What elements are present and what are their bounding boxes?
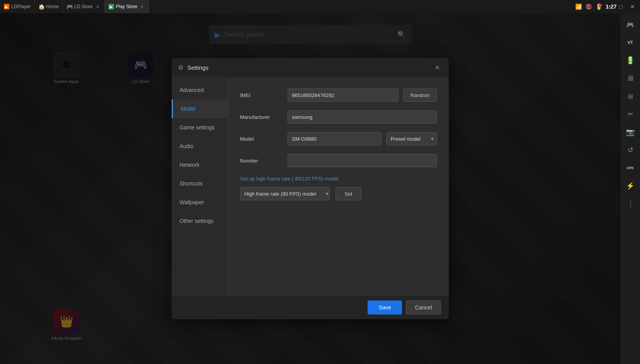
manufacturer-label: Manufacturer [240, 114, 283, 120]
ldplayer-tab-label: LDPlayer [11, 4, 30, 9]
save-button[interactable]: Save [368, 300, 402, 315]
system-tray: 📶 📵 🔋 1:27 [571, 0, 620, 13]
play-store-tab-icon: ▶ [108, 4, 114, 9]
manufacturer-input[interactable] [288, 110, 437, 124]
nav-item-audio[interactable]: Audio [172, 137, 228, 155]
play-store-tab-close[interactable]: ✕ [139, 4, 145, 9]
model-label: Model [240, 136, 283, 142]
random-button[interactable]: Random [403, 88, 437, 102]
ld-store-tab-close[interactable]: ✕ [95, 4, 100, 9]
sidebar-camera-icon[interactable]: 📷 [623, 125, 638, 140]
fps-link[interactable]: Set up high frame rate ( 90/120 FPS) mod… [240, 176, 437, 182]
dialog-title: Settings [187, 64, 428, 71]
imei-input[interactable] [288, 88, 398, 102]
manufacturer-row: Manufacturer [240, 110, 437, 124]
cancel-button[interactable]: Cancel [406, 300, 441, 315]
fps-select-wrapper: High frame rate (90 FPS) model High fram… [240, 187, 332, 200]
dialog-close-button[interactable]: ✕ [432, 62, 443, 73]
nav-item-advanced[interactable]: Advanced [172, 81, 228, 99]
settings-nav: Advanced Model Game settings Audio Netwo… [172, 77, 228, 295]
imei-label: IMEI [240, 92, 283, 98]
number-input[interactable] [288, 154, 437, 167]
desktop-area: ▶ 🔍 ⚙ System Apps 🎮 LD Store 👑 Infinity … [0, 13, 620, 364]
tab-home[interactable]: 🏠 Home [35, 0, 63, 13]
sidebar-more-icon[interactable]: ⋮ [623, 196, 638, 211]
tab-ld-store[interactable]: 🎮 LD Store ✕ [63, 0, 104, 13]
desktop: ▶ LDPlayer 🏠 Home 🎮 LD Store ✕ ▶ Play St… [0, 0, 640, 364]
play-store-tab-label: Play Store [116, 4, 137, 9]
dialog-titlebar: ⚙ Settings ✕ [172, 58, 449, 77]
number-label: Number [240, 158, 283, 164]
preset-model-select[interactable]: Preset model [386, 132, 437, 145]
close-button[interactable]: ✕ [627, 1, 638, 12]
tab-play-store[interactable]: ▶ Play Store ✕ [105, 0, 149, 13]
home-icon: 🏠 [39, 4, 44, 9]
signal-icon: 📵 [585, 3, 592, 10]
model-row: Model Preset model ▾ [240, 132, 437, 145]
fps-set-button[interactable]: Set [336, 187, 361, 200]
imei-row: IMEI Random [240, 88, 437, 102]
settings-gear-icon: ⚙ [178, 64, 183, 71]
nav-item-game-settings[interactable]: Game settings [172, 118, 228, 137]
sidebar-layers-icon[interactable]: ⊞ [623, 89, 638, 104]
ldplayer-icon: ▶ [4, 4, 9, 9]
right-sidebar: 🎮 VT 🔋 🖥 ⊞ ✂ 📷 ↺ APK ⚡ ⋮ [620, 13, 640, 364]
system-time: 1:27 [606, 4, 617, 10]
sidebar-apk-icon[interactable]: APK [623, 161, 638, 175]
sidebar-gamepad-icon[interactable]: 🎮 [623, 17, 638, 32]
wifi-icon: 📶 [575, 3, 582, 10]
sidebar-lightning-icon[interactable]: ⚡ [623, 178, 638, 193]
topbar: ▶ LDPlayer 🏠 Home 🎮 LD Store ✕ ▶ Play St… [0, 0, 640, 13]
dialog-body: Advanced Model Game settings Audio Netwo… [172, 77, 449, 295]
settings-content: IMEI Random Manufacturer Model [228, 77, 449, 295]
nav-item-network[interactable]: Network [172, 155, 228, 174]
model-input[interactable] [288, 132, 382, 145]
settings-dialog: ⚙ Settings ✕ Advanced Model Game setting… [172, 58, 449, 319]
sidebar-battery-icon[interactable]: 🔋 [623, 53, 638, 68]
ld-store-tab-icon: 🎮 [67, 4, 72, 9]
nav-item-model[interactable]: Model [172, 99, 228, 118]
home-tab-label: Home [46, 4, 59, 9]
ld-store-tab-label: LD Store [74, 4, 92, 9]
sidebar-monitor-icon[interactable]: 🖥 [623, 71, 638, 86]
battery-tray-icon: 🔋 [596, 3, 603, 10]
tab-ldplayer[interactable]: ▶ LDPlayer [0, 0, 35, 13]
sidebar-vt-icon[interactable]: VT [623, 35, 638, 50]
preset-model-select-wrapper: Preset model ▾ [386, 132, 437, 145]
number-row: Number [240, 154, 437, 167]
fps-select[interactable]: High frame rate (90 FPS) model High fram… [240, 187, 330, 200]
nav-item-shortcuts[interactable]: Shortcuts [172, 174, 228, 193]
nav-item-wallpaper[interactable]: Wallpaper [172, 193, 228, 212]
nav-item-other-settings[interactable]: Other settings [172, 212, 228, 230]
sidebar-scissors-icon[interactable]: ✂ [623, 107, 638, 122]
dialog-footer: Save Cancel [172, 295, 449, 319]
sidebar-sync-icon[interactable]: ↺ [623, 143, 638, 157]
fps-row: High frame rate (90 FPS) model High fram… [240, 187, 437, 200]
battery-notif-dot [599, 4, 602, 7]
modal-overlay: ⚙ Settings ✕ Advanced Model Game setting… [0, 13, 620, 364]
